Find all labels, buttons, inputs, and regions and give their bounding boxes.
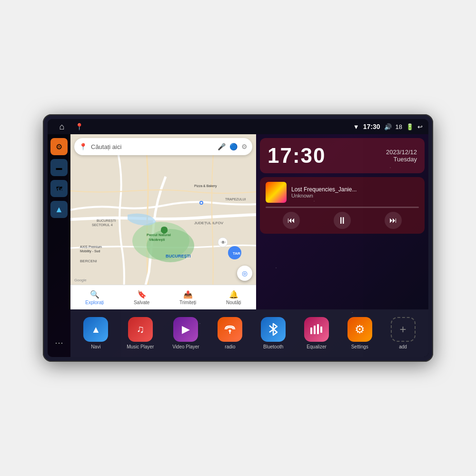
svg-text:TAR: TAR	[233, 251, 240, 256]
svg-rect-23	[310, 327, 312, 334]
map-layers-icon[interactable]: 🔵	[229, 143, 238, 150]
svg-text:Parcul Natural: Parcul Natural	[147, 233, 171, 237]
radio-label: radio	[225, 344, 235, 349]
clock-day: Tuesday	[386, 156, 417, 163]
saved-icon: 🔖	[137, 290, 147, 299]
svg-text:SECTORUL 4: SECTORUL 4	[92, 223, 113, 227]
add-icon: +	[391, 317, 416, 342]
settings-label: Settings	[351, 344, 368, 349]
back-icon[interactable]: ↩	[417, 123, 423, 130]
map-nav-saved[interactable]: 🔖 Salvate	[134, 290, 149, 305]
radio-icon	[218, 317, 242, 342]
map-search-bar[interactable]: 📍 Căutați aici 🎤 🔵 ⚙	[74, 138, 252, 155]
music-widget: Lost Frequencies_Janie... Unknown ⏮ ⏸ ⏭	[260, 177, 425, 234]
equalizer-label: Equalizer	[307, 344, 327, 349]
map-pin-status-icon: 📍	[75, 123, 83, 130]
svg-text:BUCUREȘTI: BUCUREȘTI	[166, 254, 191, 258]
app-settings[interactable]: ⚙ Settings	[347, 317, 372, 349]
music-title: Lost Frequencies_Janie...	[291, 186, 419, 193]
music-artist: Unknown	[291, 193, 419, 198]
music-controls: ⏮ ⏸ ⏭	[266, 212, 419, 229]
clock-time-display: 17:30	[268, 144, 326, 168]
album-art-inner	[266, 182, 287, 203]
svg-text:👁: 👁	[221, 240, 226, 245]
svg-text:TRAPEZULUI: TRAPEZULUI	[225, 198, 246, 201]
music-info: Lost Frequencies_Janie... Unknown	[266, 182, 419, 203]
svg-point-16	[200, 202, 202, 204]
status-left-icons: ⌂ 📍	[53, 119, 83, 135]
status-right-icons: ▼ 17:30 🔊 18 🔋 ↩	[353, 123, 423, 130]
app-radio[interactable]: radio	[218, 317, 242, 349]
app-navi[interactable]: ▲ Navi	[83, 317, 108, 349]
navi-icon: ▲	[83, 317, 108, 342]
app-music-player[interactable]: ♫ Music Player	[127, 317, 154, 349]
battery-level: 18	[396, 123, 402, 130]
home-icon[interactable]: ⌂	[53, 119, 70, 135]
center-content: 📍 Căutați aici 🎤 🔵 ⚙	[70, 134, 428, 357]
share-icon: 📤	[183, 290, 193, 299]
battery-icon: 🔋	[406, 123, 414, 130]
map-nav-explore[interactable]: 🔍 Explorați	[85, 290, 104, 305]
svg-text:AXIS Premium: AXIS Premium	[80, 245, 102, 248]
explore-icon: 🔍	[90, 290, 99, 299]
equalizer-icon	[304, 317, 329, 342]
map-search-input[interactable]: Căutați aici	[91, 143, 214, 150]
sidebar-tray-btn[interactable]: ▬	[50, 159, 68, 176]
map-svg: AXIS Premium Mobility - Sud Pizza & Bake…	[70, 134, 256, 309]
map-bottom-nav: 🔍 Explorați 🔖 Salvate 📤 Trimiteți	[70, 285, 256, 309]
sidebar-map-btn[interactable]: 🗺	[50, 180, 68, 197]
app-add[interactable]: + add	[391, 317, 416, 349]
map-panel[interactable]: 📍 Căutați aici 🎤 🔵 ⚙	[70, 134, 256, 309]
share-label: Trimiteți	[179, 300, 196, 305]
music-text: Lost Frequencies_Janie... Unknown	[291, 186, 419, 198]
album-art	[266, 182, 287, 203]
map-gps-btn[interactable]: ◎	[237, 266, 252, 281]
app-equalizer[interactable]: Equalizer	[304, 317, 329, 349]
right-panel: 17:30 2023/12/12 Tuesday	[256, 134, 428, 309]
svg-rect-26	[320, 327, 322, 333]
music-progress-bar[interactable]	[266, 207, 419, 208]
left-sidebar: ⚙ ▬ 🗺 ▲ ⋯	[48, 134, 70, 357]
status-time: 17:30	[363, 123, 380, 130]
app-video-player[interactable]: ▶ Video Player	[172, 317, 199, 349]
music-prev-btn[interactable]: ⏮	[283, 212, 300, 229]
clock-widget: 17:30 2023/12/12 Tuesday	[260, 138, 425, 173]
top-row: 📍 Căutați aici 🎤 🔵 ⚙	[70, 134, 428, 309]
map-search-pin-icon: 📍	[79, 143, 87, 150]
svg-text:Pizza & Bakery: Pizza & Bakery	[194, 184, 217, 188]
music-player-label: Music Player	[127, 344, 154, 349]
svg-text:Google: Google	[74, 278, 87, 282]
map-settings-icon[interactable]: ⚙	[241, 143, 248, 150]
bottom-apps-bar: ▲ Navi ♫ Music Player ▶ Video Player	[70, 309, 428, 357]
map-nav-news[interactable]: 🔔 Noutăți	[226, 290, 241, 305]
saved-label: Salvate	[134, 300, 149, 305]
device-screen: ⌂ 📍 ▼ 17:30 🔊 18 🔋 ↩ ⚙ ▬ 🗺 ▲ ⋯	[48, 119, 428, 357]
bluetooth-icon	[261, 317, 286, 342]
bluetooth-label: Bluetooth	[263, 344, 283, 349]
sidebar-apps-btn[interactable]: ⋯	[50, 336, 68, 353]
svg-text:Văcărești: Văcărești	[149, 238, 165, 242]
news-icon: 🔔	[229, 290, 238, 299]
wifi-icon: ▼	[353, 123, 359, 130]
svg-rect-25	[317, 324, 319, 334]
svg-point-21	[229, 330, 231, 332]
music-pause-btn[interactable]: ⏸	[334, 212, 351, 229]
clock-date: 2023/12/12	[386, 149, 417, 156]
music-next-btn[interactable]: ⏭	[385, 212, 402, 229]
map-mic-icon[interactable]: 🎤	[218, 143, 226, 150]
svg-rect-24	[314, 326, 316, 334]
svg-text:JUDEȚUL ILFOV: JUDEȚUL ILFOV	[194, 221, 224, 225]
sidebar-settings-btn[interactable]: ⚙	[50, 138, 68, 155]
sidebar-nav-btn[interactable]: ▲	[50, 201, 68, 218]
clock-date-display: 2023/12/12 Tuesday	[386, 149, 417, 163]
svg-text:Mobility - Sud: Mobility - Sud	[80, 249, 100, 253]
main-content: ⚙ ▬ 🗺 ▲ ⋯ 📍 Căutați aici 🎤	[48, 134, 428, 357]
svg-text:BUCUREȘTI: BUCUREȘTI	[97, 219, 116, 223]
video-player-label: Video Player	[172, 344, 199, 349]
svg-text:BERCENI: BERCENI	[80, 259, 97, 263]
map-nav-share[interactable]: 📤 Trimiteți	[179, 290, 196, 305]
music-player-icon: ♫	[128, 317, 153, 342]
app-bluetooth[interactable]: Bluetooth	[261, 317, 286, 349]
status-bar: ⌂ 📍 ▼ 17:30 🔊 18 🔋 ↩	[48, 119, 428, 134]
video-player-icon: ▶	[173, 317, 198, 342]
